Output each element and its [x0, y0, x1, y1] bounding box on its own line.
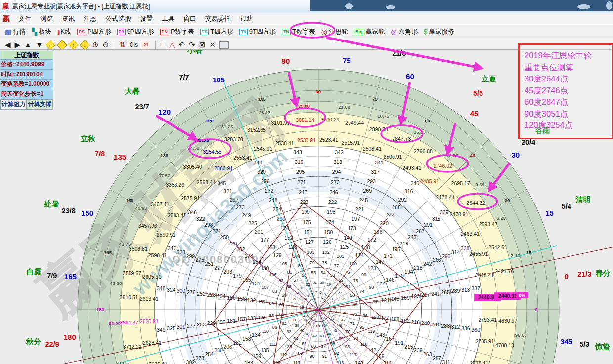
svg-text:白露: 白露 [27, 267, 42, 276]
svg-text:343: 343 [293, 149, 302, 155]
menu-tools[interactable]: 工具 [157, 14, 179, 23]
toolbar-item-winner-service[interactable]: $赢家服务 [421, 26, 458, 38]
svg-text:276: 276 [187, 289, 196, 295]
zoom-in-icon[interactable]: ⊕ [92, 40, 99, 50]
svg-text:77: 77 [334, 263, 339, 268]
svg-text:229: 229 [207, 320, 216, 326]
menu-formula-stock[interactable]: 公式选股 [101, 14, 135, 23]
svg-text:150: 150 [126, 198, 133, 203]
svg-text:72: 72 [352, 312, 357, 317]
menu-window[interactable]: 窗口 [179, 14, 201, 23]
svg-text:159: 159 [253, 353, 262, 359]
svg-text:81: 81 [287, 270, 292, 275]
svg-text:26: 26 [341, 297, 346, 301]
svg-text:89: 89 [298, 351, 303, 356]
svg-text:37: 37 [290, 311, 294, 315]
toolbar-item-gann-wheel[interactable]: ◎江恩轮 [318, 26, 351, 38]
hexagon-label: 六角形 [398, 27, 418, 36]
toolbar-item-9t-square[interactable]: T99T四方形 [236, 26, 279, 38]
svg-text:264: 264 [431, 322, 440, 327]
forward-icon[interactable]: ▶ [15, 40, 21, 50]
menu-settings[interactable]: 设置 [135, 14, 157, 23]
svg-text:61: 61 [279, 312, 284, 317]
app-window: { "window": { "title": "赢家江恩专业版[赢家服务平台] … [0, 0, 613, 364]
svg-text:298: 298 [204, 222, 213, 228]
svg-text:37.50: 37.50 [158, 173, 170, 178]
square-tool-icon[interactable]: □ [161, 40, 165, 50]
toolbar-item-kline[interactable]: |||K线 [54, 26, 74, 38]
svg-text:344: 344 [253, 160, 262, 165]
svg-text:267: 267 [416, 228, 425, 234]
toolbar-item-t-square[interactable]: TST四方形 [197, 26, 236, 38]
svg-text:7/7: 7/7 [179, 73, 189, 81]
svg-text:59: 59 [282, 293, 287, 298]
menu-trade[interactable]: 交易委托 [201, 14, 235, 23]
svg-text:4780.13: 4780.13 [495, 342, 514, 348]
cls-button[interactable]: Cls [130, 40, 138, 50]
zoom-out-icon[interactable]: ⊖ [102, 40, 109, 50]
calc-support-button[interactable]: 计算支撑 [27, 99, 53, 109]
time-updown-icon[interactable]: ⇅ [119, 40, 126, 50]
page-down-icon[interactable]: ▼ [36, 40, 43, 50]
svg-text:312: 312 [451, 324, 460, 330]
menu-info[interactable]: 资讯 [57, 14, 79, 23]
toolbar-item-sectors[interactable]: ▚板块 [29, 26, 54, 38]
toolbar-item-t-number-table[interactable]: TNT数字表 [279, 26, 318, 38]
shift-right-icon[interactable]: → [57, 40, 67, 50]
svg-text:15: 15 [526, 250, 532, 255]
svg-text:143: 143 [376, 332, 385, 338]
svg-text:45: 45 [333, 328, 337, 333]
svg-text:24: 24 [333, 310, 337, 314]
shift-down-icon[interactable]: ↓ [80, 40, 90, 50]
select-box-icon[interactable]: ⊠ [199, 40, 206, 50]
p-number-table-label: P数字表 [171, 27, 194, 36]
screen-display-icon[interactable] [219, 41, 229, 49]
back-icon[interactable]: ◀ [5, 40, 11, 50]
svg-text:2898.58: 2898.58 [369, 126, 388, 132]
rotate-ccw-icon[interactable]: ↶ [179, 40, 185, 50]
svg-text:51: 51 [345, 284, 350, 289]
svg-text:121: 121 [381, 297, 390, 303]
svg-text:7/9: 7/9 [47, 272, 57, 280]
shift-left-icon[interactable]: ← [45, 40, 56, 50]
toolbar-item-hexagon[interactable]: ◎六角形 [388, 26, 421, 38]
svg-text:3712.22: 3712.22 [123, 344, 142, 350]
svg-text:301: 301 [177, 324, 186, 330]
svg-text:2644.32: 2644.32 [466, 200, 485, 206]
toolbar-item-winner-wheel[interactable]: Big赢家轮 [351, 26, 388, 38]
svg-text:248: 248 [269, 197, 278, 203]
stock-info-panel: 上证指数 价格=2440.9099 时间=20190104 变换系数=1.000… [0, 51, 53, 110]
menu-gann[interactable]: 江恩 [79, 14, 101, 23]
toolbar-item-9p-square[interactable]: P99P四方形 [114, 26, 157, 38]
svg-text:218: 218 [414, 265, 423, 271]
svg-text:222: 222 [328, 199, 337, 205]
svg-text:272: 272 [265, 188, 274, 194]
shift-up-icon[interactable]: ↑ [68, 40, 79, 50]
rotate-cw-icon[interactable]: ↷ [189, 40, 195, 50]
svg-text:318: 318 [333, 159, 342, 165]
svg-text:176: 176 [280, 225, 289, 231]
menu-browse[interactable]: 浏览 [36, 14, 57, 23]
svg-text:48: 48 [343, 311, 348, 315]
svg-text:167: 167 [386, 336, 394, 342]
center-cross-icon[interactable]: ✕ [209, 40, 216, 50]
triangle-tool-icon[interactable]: △ [169, 40, 175, 50]
page-up-icon[interactable]: ▲ [24, 40, 32, 50]
svg-text:50.00: 50.00 [109, 321, 121, 326]
svg-text:3407.11: 3407.11 [151, 202, 169, 207]
svg-text:3.13: 3.13 [511, 253, 520, 258]
calendar-icon[interactable]: 21 [142, 41, 150, 49]
calc-resistance-button[interactable]: 计算阻力 [0, 99, 27, 109]
toolbar-item-p-number-table[interactable]: PNP数字表 [157, 26, 197, 38]
svg-text:275: 275 [195, 257, 204, 263]
menu-help[interactable]: 帮助 [235, 14, 257, 23]
svg-text:147: 147 [376, 259, 385, 265]
svg-text:178: 178 [244, 253, 253, 259]
svg-text:146: 146 [386, 277, 394, 283]
toolbar-item-p-square[interactable]: PSP四方形 [74, 26, 114, 38]
svg-text:22: 22 [330, 318, 334, 322]
menu-file[interactable]: 文件 [14, 14, 36, 23]
menu-bar: 赢 文件 浏览 资讯 江恩 公式选股 设置 工具 窗口 交易委托 帮助 [0, 13, 613, 24]
toolbar-item-quotes[interactable]: ▦行情 [2, 26, 29, 38]
svg-text:清明: 清明 [575, 195, 591, 203]
